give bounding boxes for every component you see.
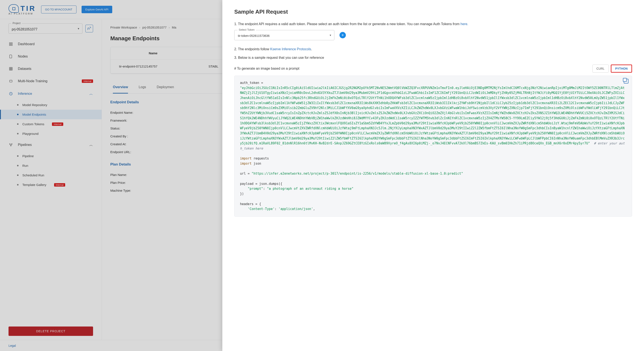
sidebar-item-label: Playground <box>22 132 38 136</box>
sidebar-item-inference[interactable]: Inference <box>0 87 102 100</box>
python-tab[interactable]: PYTHON <box>611 64 632 73</box>
chevron-down-icon: ▾ <box>78 27 79 30</box>
logo: TIR AI PLATFORM <box>8 4 36 15</box>
sidebar-sub-scheduled-run[interactable]: Scheduled Run <box>0 170 102 180</box>
sidebar-item-multinode[interactable]: Multi-Node Training Internal <box>0 75 102 87</box>
svg-rect-0 <box>9 42 10 44</box>
datasets-icon <box>8 66 13 71</box>
sidebar-sub-custom-tokens[interactable]: Custom TokensInternal <box>0 119 102 129</box>
sidebar-item-label: Multi-Node Training <box>18 79 48 83</box>
sidebar-item-label: Nodes <box>18 54 28 58</box>
add-token-button[interactable]: + <box>340 32 346 38</box>
sidebar: Project prj-05281051077 ▾ Dashboard <box>0 19 102 351</box>
project-label: Project <box>11 22 22 25</box>
svg-rect-3 <box>11 44 12 46</box>
breadcrumb-item[interactable]: prj-05281051077 <box>142 26 166 29</box>
sidebar-item-label: Inference <box>18 92 32 96</box>
pipelines-icon <box>8 142 13 147</box>
logo-icon <box>8 4 19 13</box>
column-header-name: Name <box>119 51 187 55</box>
token-label: Select Token <box>238 28 256 31</box>
internal-badge: Internal <box>52 122 63 126</box>
training-icon <box>8 79 13 84</box>
cell-name: tir-endpoint-071212145757 <box>119 64 208 68</box>
dashboard-icon <box>8 42 13 46</box>
api-request-drawer: Sample API Request 1. The endpoint API r… <box>222 0 644 351</box>
breadcrumb-item[interactable]: Ma <box>172 26 176 29</box>
tab-deployment[interactable]: Deploymen <box>157 85 174 94</box>
chevron-up-icon <box>89 91 93 96</box>
nodes-icon <box>8 54 13 59</box>
sidebar-item-label: Model Endpoints <box>22 113 46 116</box>
token-select[interactable]: Select Token tir-token-052811573636 ▾ <box>234 30 334 40</box>
project-value: prj-05281051077 <box>12 28 38 31</box>
sidebar-sub-playground[interactable]: Playground <box>0 129 102 138</box>
sidebar-item-label: Run <box>22 164 28 168</box>
svg-rect-2 <box>9 44 10 46</box>
sidebar-sub-model-endpoints[interactable]: Model Endpoints <box>0 110 102 119</box>
sidebar-item-label: Pipeline <box>22 154 34 158</box>
sidebar-item-label: Custom Tokens <box>22 122 44 126</box>
sidebar-item-pipelines[interactable]: Pipelines <box>0 138 102 151</box>
sidebar-item-label: Template Gallery <box>22 183 46 186</box>
sidebar-item-label: Datasets <box>18 67 31 71</box>
sidebar-item-label: Pipelines <box>18 143 32 147</box>
sidebar-item-label: Scheduled Run <box>22 173 44 177</box>
sidebar-item-nodes[interactable]: Nodes <box>0 50 102 62</box>
step-1: 1. The endpoint API requires a valid aut… <box>234 22 632 26</box>
chevron-up-icon <box>89 142 93 148</box>
add-project-button[interactable] <box>86 25 93 32</box>
legal-link[interactable]: Legal <box>8 344 16 348</box>
svg-rect-5 <box>10 80 12 82</box>
step-2: 2. The endpoints follow Kserve Inference… <box>234 47 632 52</box>
project-select[interactable]: Project prj-05281051077 ▾ <box>8 24 82 34</box>
explore-genai-button[interactable]: Explore GenAI API <box>82 6 112 13</box>
tab-logs[interactable]: Logs <box>139 85 146 94</box>
chevron-down-icon: ▾ <box>330 34 331 37</box>
sidebar-sub-model-repository[interactable]: Model Repository <box>0 100 102 110</box>
copy-icon[interactable] <box>624 79 628 84</box>
curl-tab[interactable]: CURL <box>592 64 609 73</box>
sidebar-sub-run[interactable]: Run <box>0 161 102 170</box>
sidebar-item-label: Dashboard <box>18 42 34 46</box>
sidebar-item-dashboard[interactable]: Dashboard <box>0 38 102 50</box>
breadcrumb-item[interactable]: Private Workspace <box>110 26 137 29</box>
svg-point-8 <box>12 144 12 144</box>
manage-tokens-link[interactable]: here. <box>460 22 468 26</box>
internal-badge: Internal <box>54 183 66 186</box>
code-title: # To generate an image based on a prompt <box>234 67 300 70</box>
internal-badge: Internal <box>82 80 93 83</box>
drawer-title: Sample API Request <box>234 8 632 15</box>
step-3: 3. Below is a sample request that you ca… <box>234 55 632 60</box>
tab-overview[interactable]: Overview <box>113 85 128 94</box>
sidebar-sub-pipeline[interactable]: Pipeline <box>0 151 102 161</box>
nav: Dashboard Nodes Datasets Multi-Node Trai… <box>0 38 102 322</box>
sidebar-item-datasets[interactable]: Datasets <box>0 62 102 75</box>
svg-point-9 <box>11 146 11 146</box>
sidebar-item-label: Model Repository <box>22 103 47 107</box>
cell-status: STABL <box>208 64 218 68</box>
svg-rect-1 <box>11 42 12 44</box>
token-value: tir-token-052811573636 <box>238 34 270 38</box>
go-to-myaccount-button[interactable]: GO TO MYACCOUNT <box>41 6 76 14</box>
delete-project-button[interactable]: DELETE PROJECT <box>8 326 93 336</box>
svg-point-7 <box>10 144 10 144</box>
inference-icon <box>8 91 13 96</box>
code-sample: auth_token = "eyJhbGciOiJSUzI1NiIsInR5cC… <box>234 76 632 216</box>
sidebar-sub-template-gallery[interactable]: Template GalleryInternal <box>0 180 102 190</box>
svg-rect-4 <box>9 67 12 70</box>
kserve-link[interactable]: Kserve Inference Protocols <box>270 47 311 51</box>
